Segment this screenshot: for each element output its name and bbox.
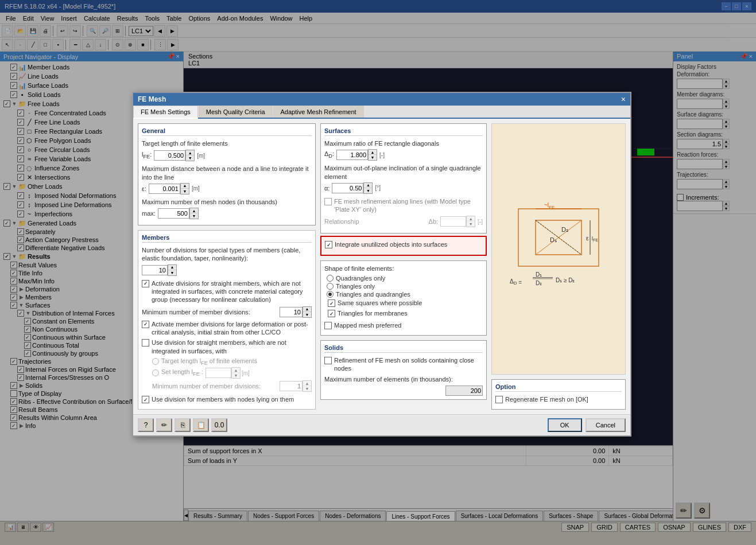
max-dist-label: Maximum distance between a node and a li… [142, 165, 312, 181]
delta-d-value[interactable] [336, 150, 368, 160]
delta-b-unit: [-] [478, 219, 483, 225]
alpha-unit: [°] [375, 185, 381, 191]
footer-icons: ? ✏ ⎘ 📋 0.0 [138, 418, 227, 432]
set-length-value[interactable] [206, 368, 231, 378]
dialog-title: FE Mesh × [133, 93, 630, 106]
radio-tri-only-btn[interactable] [327, 283, 334, 290]
min-div-value[interactable] [280, 307, 303, 317]
dialog-footer: ? ✏ ⎘ 📋 0.0 OK Cancel [133, 414, 630, 435]
target-length-symbol: lFE: [142, 150, 152, 161]
radio-quad-only-btn[interactable] [327, 275, 334, 282]
epsilon-value[interactable] [149, 184, 180, 194]
cb-tri-membranes[interactable] [328, 310, 335, 317]
min-div-disabled-row: Minimum number of member divisions: ▲ ▼ [152, 380, 312, 392]
cb-refinement-solids[interactable] [324, 357, 332, 364]
mesh-preview: D₁ D₂ ~lFE ε lFE ΔD = D₁ [491, 123, 626, 375]
cb-integrate-objects[interactable] [325, 241, 332, 248]
refinement-solids-row: Refinement of FE mesh on solids containi… [324, 356, 483, 373]
radio-setlength: Set length lFE : ▲ ▼ [m] [152, 367, 312, 379]
delta-d-down[interactable]: ▼ [369, 155, 377, 160]
delta-b-up[interactable]: ▲ [467, 216, 475, 221]
set-length-down[interactable]: ▼ [232, 373, 240, 378]
footer-edit-btn[interactable]: ✏ [156, 418, 172, 432]
radio-setlength-btn[interactable] [152, 369, 159, 376]
min-div-label: Minimum number of member divisions: [142, 308, 280, 316]
dialog-tabs: FE Mesh Settings Mesh Quality Criteria A… [133, 106, 630, 119]
members-header: Members [142, 234, 312, 243]
alpha-value[interactable] [332, 183, 363, 193]
num-div-up[interactable]: ▲ [168, 265, 176, 270]
cb-mapped-mesh[interactable] [324, 322, 332, 329]
integrate-objects-box: Integrate unutilized objects into surfac… [320, 236, 487, 255]
cb-use-div-straight[interactable] [142, 339, 149, 347]
nodes-lying-text: Use division for members with nodes lyin… [152, 395, 294, 403]
epsilon-down[interactable]: ▼ [181, 189, 189, 194]
max-nodes-group: Maximum number of mesh nodes (in thousan… [142, 198, 312, 219]
target-length-value[interactable] [154, 150, 185, 161]
min-div-dis-down[interactable]: ▼ [303, 386, 311, 391]
dialog-left: General Target length of finite elements… [138, 123, 316, 410]
dialog-close-btn[interactable]: × [621, 95, 626, 104]
target-length-down[interactable]: ▼ [186, 155, 194, 161]
cb-same-squares[interactable] [328, 299, 335, 307]
max-nodes-input-group: ▲ ▼ [158, 208, 199, 219]
surfaces-header: Surfaces [324, 127, 483, 136]
shape-label-row: Shape of finite elements: [324, 264, 483, 272]
set-length-up[interactable]: ▲ [232, 368, 240, 373]
max-nodes-input-row: max: ▲ ▼ [142, 208, 312, 219]
max-nodes-up[interactable]: ▲ [190, 208, 198, 213]
cb-nodes-lying[interactable] [142, 396, 149, 403]
delta-b-input-group: ▲ ▼ [-] [440, 216, 483, 227]
svg-text:D₂: D₂ [536, 280, 542, 286]
min-div-dis-up[interactable]: ▲ [303, 381, 311, 386]
large-deform-text: Activate member divisions for large defo… [152, 320, 312, 337]
target-length-row: Target length of finite elements [142, 139, 312, 147]
min-div-dis-value[interactable] [280, 381, 303, 391]
radio-tri-quad-btn[interactable] [327, 291, 334, 298]
max-elem-value[interactable] [445, 386, 483, 396]
min-div-up[interactable]: ▲ [303, 307, 311, 312]
cb-regenerate[interactable] [495, 396, 503, 403]
alpha-up[interactable]: ▲ [364, 183, 372, 188]
svg-text:D₁ ≥ D₂: D₁ ≥ D₂ [556, 277, 575, 283]
num-div-value[interactable] [142, 265, 168, 275]
mapped-mesh-text: Mapped mesh preferred [334, 321, 401, 329]
max-incl-label: Maximum out-of-plane inclination of a si… [324, 164, 483, 181]
target-length-spinbox: ▲ ▼ [154, 150, 195, 161]
dialog-tab-quality[interactable]: Mesh Quality Criteria [199, 106, 273, 118]
num-div-down[interactable]: ▼ [168, 270, 176, 275]
max-nodes-value[interactable] [158, 208, 189, 219]
svg-text:ε: ε [586, 235, 589, 242]
delta-b-value[interactable] [440, 216, 466, 227]
regenerate-row: Regenerate FE mesh on [OK] [495, 395, 622, 403]
min-div-down[interactable]: ▼ [303, 312, 311, 317]
delta-b-down[interactable]: ▼ [467, 221, 475, 227]
cb-activate-div[interactable] [142, 280, 149, 287]
dialog-tab-adaptive[interactable]: Adaptive Mesh Refinement [273, 106, 364, 118]
max-symbol: max: [142, 209, 156, 217]
cb-large-deform[interactable] [142, 321, 149, 328]
cancel-btn[interactable]: Cancel [586, 418, 626, 432]
target-length-input-group: ▲ ▼ [m] [154, 150, 205, 161]
alpha-down[interactable]: ▼ [364, 188, 372, 193]
refinement-solids-text: Refinement of FE mesh on solids containi… [334, 356, 483, 373]
delta-d-up[interactable]: ▲ [369, 150, 377, 155]
radio-target-btn[interactable] [152, 358, 159, 365]
footer-copy-btn[interactable]: ⎘ [175, 418, 191, 432]
regenerate-text: Regenerate FE mesh on [OK] [505, 395, 588, 403]
delta-b-symbol: Δb: [429, 217, 439, 225]
max-distance-group: Maximum distance between a node and a li… [142, 165, 312, 194]
delta-d-input-group: ▲ ▼ [-] [336, 149, 385, 161]
footer-paste-btn[interactable]: 📋 [193, 418, 209, 432]
dialog-tab-settings[interactable]: FE Mesh Settings [133, 106, 198, 119]
epsilon-up[interactable]: ▲ [181, 184, 189, 189]
ok-btn[interactable]: OK [548, 418, 582, 432]
num-div-row: ▲ ▼ [142, 264, 312, 276]
footer-calc-btn[interactable]: 0.0 [211, 418, 227, 432]
radio-target-text: Target length lFE of finite elements [161, 357, 257, 366]
target-length-up[interactable]: ▲ [186, 150, 194, 155]
cb-fe-refinement[interactable] [324, 198, 332, 205]
max-nodes-down[interactable]: ▼ [190, 213, 198, 219]
radio-target-row: Target length lFE of finite elements Set… [152, 357, 312, 379]
footer-help-btn[interactable]: ? [138, 418, 154, 432]
